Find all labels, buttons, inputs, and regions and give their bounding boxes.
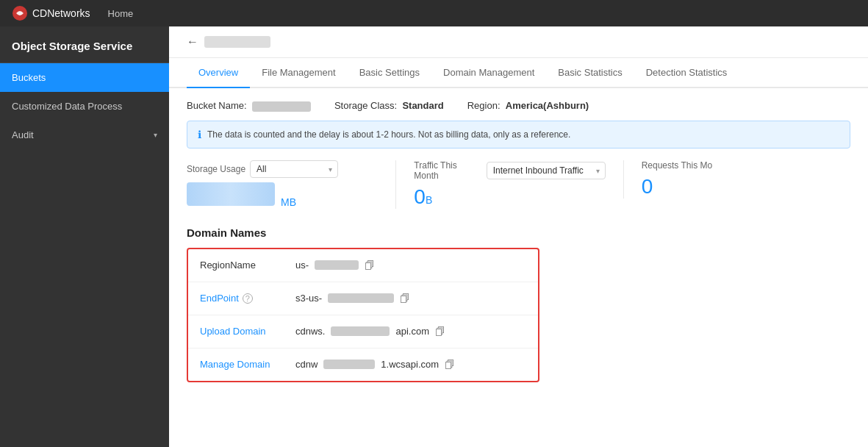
copy-icon-endpoint[interactable]: 🗍 bbox=[400, 293, 410, 304]
logo-text: CDNetworks bbox=[32, 7, 90, 19]
domain-row-manage-domain: Manage Domain cdnw 1.wcsapi.com 🗍 bbox=[188, 348, 538, 381]
tabs-bar: Overview File Management Basic Settings … bbox=[169, 58, 868, 88]
domain-names-section: Domain Names RegionName us- 🗍 bbox=[187, 226, 850, 382]
domain-row-regionname: RegionName us- 🗍 bbox=[188, 249, 538, 282]
chevron-down-icon: ▾ bbox=[154, 131, 157, 139]
info-icon: ℹ bbox=[198, 129, 201, 140]
regionname-prefix: us- bbox=[295, 260, 309, 271]
copy-icon-regionname[interactable]: 🗍 bbox=[365, 260, 375, 271]
back-button[interactable]: ← bbox=[187, 35, 198, 49]
help-icon-endpoint[interactable]: ? bbox=[243, 293, 253, 304]
storage-class-value: Standard bbox=[402, 100, 443, 111]
stat-storage-usage-unit: MB bbox=[281, 196, 296, 208]
logo: CDNetworks bbox=[12, 5, 90, 21]
home-nav-item[interactable]: Home bbox=[108, 8, 134, 19]
stat-traffic-value: 0 bbox=[414, 185, 426, 209]
domain-value-upload: cdnws. api.com 🗍 bbox=[295, 326, 445, 337]
breadcrumb: ← bbox=[169, 26, 868, 58]
tab-detection-statistics[interactable]: Detection Statistics bbox=[634, 58, 739, 88]
top-navigation: CDNetworks Home bbox=[0, 0, 868, 26]
domain-row-endpoint: EndPoint ? s3-us- 🗍 bbox=[188, 282, 538, 315]
stat-requests-value-row: 0 bbox=[642, 175, 833, 199]
tab-overview[interactable]: Overview bbox=[187, 58, 250, 88]
stat-requests-month: Requests This Mo 0 bbox=[623, 160, 850, 199]
domain-key-upload: Upload Domain bbox=[200, 326, 295, 337]
storage-usage-dropdown-wrapper: All bbox=[250, 160, 338, 178]
upload-blurred bbox=[331, 326, 390, 336]
stat-traffic-value-row: 0 B bbox=[414, 185, 605, 209]
bucket-name-breadcrumb bbox=[204, 36, 270, 48]
domain-key-endpoint: EndPoint bbox=[200, 293, 239, 304]
storage-usage-dropdown[interactable]: All bbox=[250, 160, 338, 178]
domain-value-manage: cdnw 1.wcsapi.com 🗍 bbox=[295, 359, 455, 371]
upload-suffix: api.com bbox=[395, 326, 429, 337]
stat-storage-usage: Storage Usage All MB bbox=[187, 160, 395, 208]
domain-names-title: Domain Names bbox=[187, 226, 850, 239]
traffic-dropdown-wrapper: Internet Inbound Traffic bbox=[487, 162, 606, 179]
stat-requests-label: Requests This Mo bbox=[642, 160, 713, 171]
regionname-blurred bbox=[315, 260, 359, 270]
tab-file-management[interactable]: File Management bbox=[250, 58, 347, 88]
manage-blurred bbox=[323, 360, 375, 369]
sidebar-item-buckets[interactable]: Buckets bbox=[0, 63, 169, 92]
sidebar-item-audit[interactable]: Audit ▾ bbox=[0, 121, 169, 149]
copy-icon-manage[interactable]: 🗍 bbox=[445, 359, 455, 371]
upload-prefix: cdnws. bbox=[295, 326, 325, 337]
region-label: Region: America(Ashburn) bbox=[467, 100, 589, 111]
tab-basic-settings[interactable]: Basic Settings bbox=[348, 58, 431, 88]
domain-value-regionname: us- 🗍 bbox=[295, 260, 375, 271]
sidebar-item-customized-data-process[interactable]: Customized Data Process bbox=[0, 92, 169, 121]
sidebar-service-title: Object Storage Service bbox=[0, 26, 169, 63]
domain-names-table: RegionName us- 🗍 EndPoint ? bbox=[187, 248, 539, 382]
cdnetworks-logo-icon bbox=[12, 5, 28, 21]
info-banner: ℹ The data is counted and the delay is a… bbox=[187, 121, 850, 149]
stat-traffic-label: Traffic This Month bbox=[414, 160, 481, 181]
bucket-name-label: Bucket Name: bbox=[187, 100, 311, 112]
endpoint-blurred bbox=[328, 293, 394, 303]
page-content: Bucket Name: Storage Class: Standard Reg… bbox=[169, 88, 868, 447]
copy-icon-upload[interactable]: 🗍 bbox=[435, 326, 445, 337]
manage-prefix: cdnw bbox=[295, 359, 318, 370]
domain-key-regionname: RegionName bbox=[200, 260, 295, 271]
tab-domain-management[interactable]: Domain Management bbox=[431, 58, 546, 88]
stat-traffic-unit: B bbox=[426, 194, 432, 206]
traffic-dropdown[interactable]: Internet Inbound Traffic bbox=[487, 162, 606, 179]
domain-value-endpoint: s3-us- 🗍 bbox=[295, 293, 410, 304]
bucket-info-bar: Bucket Name: Storage Class: Standard Reg… bbox=[187, 100, 850, 112]
sidebar: Object Storage Service Buckets Customize… bbox=[0, 26, 169, 447]
stat-requests-value: 0 bbox=[642, 175, 653, 199]
domain-row-upload-domain: Upload Domain cdnws. api.com 🗍 bbox=[188, 315, 538, 348]
stat-traffic-month: Traffic This Month Internet Inbound Traf… bbox=[395, 160, 623, 209]
main-content: ← Overview File Management Basic Setting… bbox=[169, 26, 868, 447]
tab-basic-statistics[interactable]: Basic Statistics bbox=[546, 58, 634, 88]
region-value: America(Ashburn) bbox=[506, 100, 589, 111]
stat-storage-usage-value-row: MB bbox=[187, 182, 378, 208]
bucket-name-value bbox=[252, 101, 311, 112]
sidebar-nav: Buckets Customized Data Process Audit ▾ bbox=[0, 63, 169, 447]
manage-suffix: 1.wcsapi.com bbox=[381, 359, 439, 370]
domain-key-manage: Manage Domain bbox=[200, 359, 295, 370]
storage-class-label: Storage Class: Standard bbox=[334, 100, 444, 111]
endpoint-prefix: s3-us- bbox=[295, 293, 322, 304]
stat-storage-usage-blurred-value bbox=[187, 182, 275, 206]
stats-row: Storage Usage All MB bbox=[187, 160, 850, 209]
info-banner-text: The data is counted and the delay is abo… bbox=[207, 129, 570, 140]
stat-storage-usage-label: Storage Usage bbox=[187, 164, 245, 174]
